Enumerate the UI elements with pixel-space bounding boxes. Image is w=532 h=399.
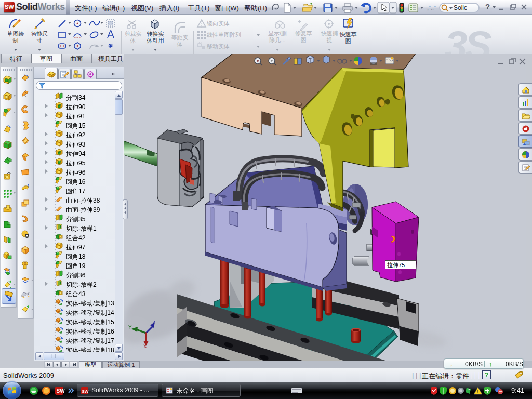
svg-text:Z: Z [152,320,156,326]
svg-text:SW: SW [57,388,65,394]
svg-text:X: X [143,343,147,350]
svg-text:!: ! [477,389,478,394]
svg-text:,"..": ,".." [427,5,436,11]
svg-text:SW: SW [82,389,89,394]
svg-text:Y: Y [128,324,132,330]
